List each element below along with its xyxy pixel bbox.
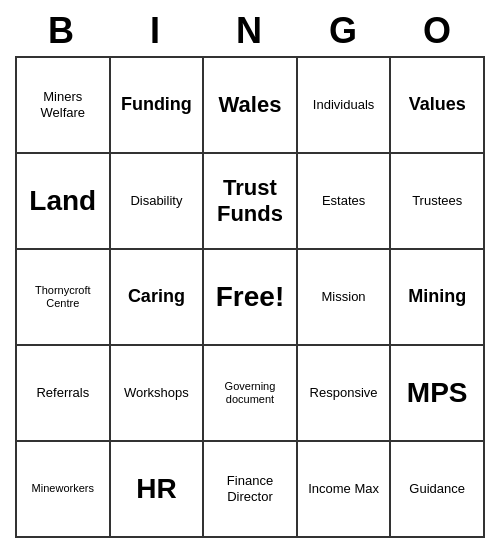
bingo-cell-3-1: Workshops — [111, 346, 205, 442]
cell-text-1-4: Trustees — [412, 193, 462, 209]
cell-text-3-4: MPS — [407, 376, 468, 410]
cell-text-0-2: Wales — [219, 92, 282, 118]
bingo-cell-2-3: Mission — [298, 250, 392, 346]
bingo-cell-4-0: Mineworkers — [17, 442, 111, 538]
bingo-header: BINGO — [15, 6, 485, 56]
bingo-cell-0-0: Miners Welfare — [17, 58, 111, 154]
cell-text-1-0: Land — [29, 184, 96, 218]
cell-text-2-4: Mining — [408, 286, 466, 308]
cell-text-4-0: Mineworkers — [32, 482, 94, 495]
cell-text-0-0: Miners Welfare — [21, 89, 105, 120]
header-letter-G: G — [297, 6, 391, 56]
cell-text-4-2: Finance Director — [208, 473, 292, 504]
cell-text-1-3: Estates — [322, 193, 365, 209]
cell-text-1-1: Disability — [130, 193, 182, 209]
header-letter-N: N — [203, 6, 297, 56]
bingo-cell-0-1: Funding — [111, 58, 205, 154]
cell-text-2-0: Thornycroft Centre — [21, 284, 105, 310]
bingo-row-2: Thornycroft CentreCaringFree!MissionMini… — [17, 250, 485, 346]
bingo-cell-0-2: Wales — [204, 58, 298, 154]
bingo-card: BINGO Miners WelfareFundingWalesIndividu… — [15, 6, 485, 538]
bingo-cell-4-2: Finance Director — [204, 442, 298, 538]
bingo-row-0: Miners WelfareFundingWalesIndividualsVal… — [17, 58, 485, 154]
bingo-cell-3-3: Responsive — [298, 346, 392, 442]
cell-text-0-4: Values — [409, 94, 466, 116]
bingo-cell-2-0: Thornycroft Centre — [17, 250, 111, 346]
cell-text-1-2: Trust Funds — [208, 175, 292, 228]
bingo-row-3: ReferralsWorkshopsGoverning documentResp… — [17, 346, 485, 442]
cell-text-3-0: Referrals — [36, 385, 89, 401]
header-letter-O: O — [391, 6, 485, 56]
cell-text-0-1: Funding — [121, 94, 192, 116]
header-letter-I: I — [109, 6, 203, 56]
bingo-cell-2-2: Free! — [204, 250, 298, 346]
bingo-row-1: LandDisabilityTrust FundsEstatesTrustees — [17, 154, 485, 250]
cell-text-2-1: Caring — [128, 286, 185, 308]
cell-text-2-2: Free! — [216, 280, 284, 314]
bingo-cell-1-4: Trustees — [391, 154, 485, 250]
cell-text-3-3: Responsive — [310, 385, 378, 401]
bingo-cell-4-3: Income Max — [298, 442, 392, 538]
bingo-cell-4-4: Guidance — [391, 442, 485, 538]
cell-text-4-3: Income Max — [308, 481, 379, 497]
bingo-cell-3-2: Governing document — [204, 346, 298, 442]
bingo-cell-4-1: HR — [111, 442, 205, 538]
bingo-grid: Miners WelfareFundingWalesIndividualsVal… — [15, 56, 485, 538]
bingo-cell-1-0: Land — [17, 154, 111, 250]
bingo-cell-1-1: Disability — [111, 154, 205, 250]
bingo-cell-2-1: Caring — [111, 250, 205, 346]
bingo-cell-0-4: Values — [391, 58, 485, 154]
bingo-cell-0-3: Individuals — [298, 58, 392, 154]
bingo-cell-3-0: Referrals — [17, 346, 111, 442]
bingo-cell-1-2: Trust Funds — [204, 154, 298, 250]
cell-text-2-3: Mission — [322, 289, 366, 305]
header-letter-B: B — [15, 6, 109, 56]
bingo-cell-2-4: Mining — [391, 250, 485, 346]
bingo-row-4: MineworkersHRFinance DirectorIncome MaxG… — [17, 442, 485, 538]
cell-text-3-1: Workshops — [124, 385, 189, 401]
bingo-cell-1-3: Estates — [298, 154, 392, 250]
cell-text-4-4: Guidance — [409, 481, 465, 497]
cell-text-4-1: HR — [136, 472, 176, 506]
cell-text-3-2: Governing document — [208, 380, 292, 406]
cell-text-0-3: Individuals — [313, 97, 374, 113]
bingo-cell-3-4: MPS — [391, 346, 485, 442]
